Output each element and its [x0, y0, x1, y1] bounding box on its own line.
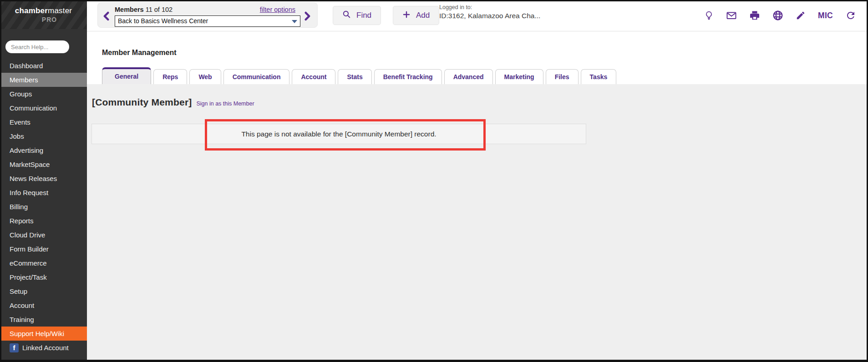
sidebar-item-account[interactable]: Account: [0, 298, 87, 312]
filter-options-link[interactable]: filter options: [260, 6, 295, 13]
tab-advanced[interactable]: Advanced: [444, 69, 493, 84]
mic-label[interactable]: MIC: [818, 11, 833, 20]
logged-in-value: ID:3162, Kalamazoo Area Cha...: [439, 12, 540, 20]
tab-marketing[interactable]: Marketing: [495, 69, 543, 84]
unavailable-notice-text: This page is not available for the [Comm…: [241, 130, 436, 138]
sidebar-item-billing[interactable]: Billing: [0, 200, 87, 214]
sidebar-item-reports[interactable]: Reports: [0, 214, 87, 228]
next-member-chevron-icon[interactable]: [303, 10, 312, 24]
find-label: Find: [356, 11, 371, 20]
tab-stats[interactable]: Stats: [338, 69, 371, 84]
tab-reps[interactable]: Reps: [153, 69, 187, 84]
tab-benefit-tracking[interactable]: Benefit Tracking: [374, 69, 442, 84]
add-label: Add: [416, 11, 430, 20]
topbar: Members 11 of 102 filter options Back to…: [87, 0, 868, 31]
find-button[interactable]: Find: [333, 6, 381, 25]
sidebar-item-cloud-drive[interactable]: Cloud Drive: [0, 228, 87, 242]
sidebar-item-members[interactable]: Members: [0, 73, 87, 87]
sidebar-item-setup[interactable]: Setup: [0, 284, 87, 298]
member-heading-row: [Community Member] Sign in as this Membe…: [92, 97, 254, 108]
sidebar-item-news-releases[interactable]: News Releases: [0, 171, 87, 186]
chambermaster-app: chambermaster PRO Dashboard Members Grou…: [0, 0, 868, 362]
mail-icon[interactable]: [726, 10, 737, 21]
tab-tasks[interactable]: Tasks: [581, 69, 617, 84]
sidebar-item-ecommerce[interactable]: eCommerce: [0, 256, 87, 270]
help-search-input[interactable]: [5, 40, 69, 53]
tab-content-area: [Community Member] Sign in as this Membe…: [87, 84, 868, 362]
member-record-navigator: Members 11 of 102 filter options Back to…: [97, 2, 318, 28]
help-search-wrap: [0, 29, 87, 59]
brand-pro-label: PRO: [42, 16, 57, 23]
sidebar-item-support-help-wiki[interactable]: Support Help/Wiki: [0, 327, 87, 341]
lightbulb-icon[interactable]: [704, 10, 714, 21]
member-tabs: General Reps Web Communication Account S…: [102, 67, 616, 84]
sidebar-item-form-builder[interactable]: Form Builder: [0, 242, 87, 256]
tab-web[interactable]: Web: [189, 69, 221, 84]
sidebar-item-groups[interactable]: Groups: [0, 87, 87, 101]
facebook-icon: [10, 343, 19, 352]
member-count: Members 11 of 102: [115, 6, 173, 13]
sign-in-as-member-link[interactable]: Sign in as this Member: [196, 101, 254, 107]
sidebar-item-dashboard[interactable]: Dashboard: [0, 59, 87, 73]
sidebar-item-events[interactable]: Events: [0, 115, 87, 129]
search-icon: [342, 10, 351, 21]
tab-account[interactable]: Account: [292, 69, 335, 84]
linked-account-label: Linked Account: [22, 341, 69, 355]
sidebar-item-advertising[interactable]: Advertising: [0, 143, 87, 157]
sidebar-item-jobs[interactable]: Jobs: [0, 129, 87, 143]
sidebar-item-training[interactable]: Training: [0, 312, 87, 327]
chambermaster-logo: chambermaster PRO: [0, 0, 87, 29]
sidebar-item-project-task[interactable]: Project/Task: [0, 270, 87, 284]
tab-general[interactable]: General: [102, 67, 151, 84]
page-header-band: Member Management General Reps Web Commu…: [87, 32, 868, 84]
globe-icon[interactable]: [772, 10, 783, 21]
brand-name: chambermaster: [15, 6, 72, 15]
page-title: Member Management: [102, 49, 177, 57]
printer-icon[interactable]: [749, 10, 760, 21]
sidebar-item-communication[interactable]: Communication: [0, 101, 87, 115]
topbar-icon-row: MIC: [704, 0, 856, 31]
sidebar-item-linked-account[interactable]: Linked Account: [0, 341, 87, 355]
pencil-icon[interactable]: [796, 10, 806, 20]
sidebar-item-info-request[interactable]: Info Request: [0, 186, 87, 200]
previous-member-chevron-icon[interactable]: [102, 10, 111, 24]
tab-files[interactable]: Files: [546, 69, 579, 84]
unavailable-notice-bar: This page is not available for the [Comm…: [91, 124, 586, 144]
member-select-value: Back to Basics Wellness Center: [118, 17, 208, 25]
member-select[interactable]: Back to Basics Wellness Center: [115, 15, 300, 27]
sidebar-nav: Dashboard Members Groups Communication E…: [0, 59, 87, 355]
plus-icon: [402, 10, 411, 21]
add-button[interactable]: Add: [393, 6, 439, 25]
member-name-heading: [Community Member]: [92, 97, 192, 108]
logged-in-label: Logged in to:: [439, 4, 540, 10]
refresh-icon[interactable]: [845, 10, 856, 21]
tab-communication[interactable]: Communication: [223, 69, 290, 84]
logged-in-info: Logged in to: ID:3162, Kalamazoo Area Ch…: [439, 4, 540, 20]
sidebar: chambermaster PRO Dashboard Members Grou…: [0, 0, 87, 362]
sidebar-item-marketspace[interactable]: MarketSpace: [0, 157, 87, 171]
chevron-down-icon: [292, 20, 297, 23]
